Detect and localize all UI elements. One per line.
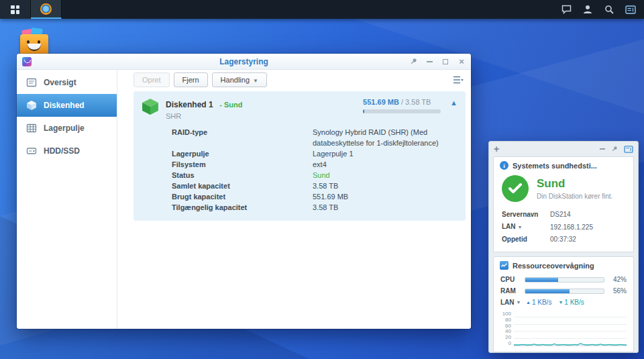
remove-button[interactable]: Fjern — [174, 72, 208, 87]
action-button[interactable]: Handling▼ — [212, 72, 267, 87]
minimize-icon[interactable] — [425, 58, 433, 66]
health-status: Sund — [537, 177, 612, 191]
lan-chart-area — [514, 311, 627, 346]
ram-row: RAM 56% — [500, 285, 627, 297]
lan-chart: 100 80 60 40 20 0 — [496, 311, 627, 346]
total-capacity-text: 3.58 TB — [405, 98, 431, 106]
lan-upload: ▲1 KB/s — [526, 299, 551, 306]
detail-row: LagerpuljeLagerpulje 1 — [172, 148, 458, 159]
sidebar-item-label: Lagerpulje — [44, 123, 85, 133]
usage-progressbar — [363, 109, 441, 113]
hdd-icon — [25, 145, 38, 157]
cpu-row: CPU 42% — [500, 274, 627, 285]
status-value: Sund — [313, 170, 458, 181]
sidebar-item-oversigt[interactable]: Oversigt — [17, 71, 117, 94]
maximize-icon[interactable] — [441, 58, 449, 66]
taskbar — [0, 0, 644, 19]
sidebar-item-label: HDD/SSD — [44, 146, 80, 156]
main-menu-button[interactable] — [0, 0, 31, 19]
overview-icon — [25, 76, 38, 89]
system-health-widget: i Systemets sundhedsti... Sund Din DiskS… — [493, 156, 634, 252]
browser-icon — [40, 3, 52, 15]
storage-pool-icon — [25, 122, 38, 134]
health-widget-title: Systemets sundhedsti... — [513, 162, 597, 170]
volume-status: - Sund — [219, 101, 242, 109]
widgets-panel-button[interactable] — [620, 0, 641, 19]
volume-usage: 551.69 MB / 3.58 TB — [363, 98, 441, 113]
detail-row: Tilgængelig kapacitet3.58 TB — [172, 202, 458, 213]
detail-row: StatusSund — [172, 170, 458, 181]
resource-monitor-widget: Ressourceovervågning CPU 42% RAM 56% LAN… — [493, 256, 634, 352]
resource-widget-title: Ressourceovervågning — [513, 262, 594, 270]
widgets-header: + — [489, 142, 638, 156]
sidebar-item-label: Diskenhed — [44, 101, 85, 110]
add-widget-button[interactable]: + — [494, 144, 499, 154]
ram-percent: 56% — [609, 287, 627, 295]
lan-download: ▼1 KB/s — [558, 299, 584, 306]
user-menu-button[interactable] — [577, 0, 598, 19]
volume-cube-icon — [25, 99, 38, 111]
lan-chart-svg — [514, 311, 627, 346]
search-icon — [604, 5, 614, 14]
volume-cube-icon — [142, 98, 159, 115]
cpu-progressbar — [525, 277, 604, 283]
lan-chart-yaxis: 100 80 60 40 20 0 — [496, 311, 514, 346]
create-button[interactable]: Opret — [133, 72, 170, 87]
window-title: Lagerstyring — [17, 57, 471, 66]
sidebar: Oversigt Diskenhed Lagerpulje HDD/SSD — [17, 70, 117, 329]
health-check-icon — [502, 175, 529, 202]
chevron-down-icon: ▼ — [517, 300, 521, 305]
window-titlebar[interactable]: Lagerstyring × — [17, 54, 471, 70]
lan-chart-line — [514, 344, 627, 345]
detail-row: Brugt kapacitet551.69 MB — [172, 191, 458, 202]
volume-name: Diskenhed 1 — [166, 100, 213, 109]
close-icon[interactable]: × — [458, 58, 466, 66]
health-description: Din DiskStation kører fint. — [537, 193, 612, 200]
browser-app-button[interactable] — [31, 0, 62, 19]
sidebar-item-label: Oversigt — [44, 78, 76, 87]
volume-details: RAID-typeSynology Hybrid RAID (SHR) (Med… — [142, 127, 458, 213]
upload-arrow-icon: ▲ — [526, 300, 531, 305]
storage-manager-window: Lagerstyring × Oversigt Diskenhed — [17, 54, 471, 329]
list-collapse-icon — [453, 75, 464, 85]
health-row: Oppetid 00:37:32 — [502, 234, 625, 246]
health-row: Servernavn DS214 — [502, 209, 625, 221]
main-menu-icon — [11, 5, 19, 14]
search-button[interactable] — [598, 0, 620, 19]
notifications-button[interactable] — [555, 0, 577, 19]
widgets-minimize-icon[interactable] — [600, 148, 605, 150]
widgets-pin-icon[interactable] — [611, 146, 618, 152]
sidebar-item-hdd-ssd[interactable]: HDD/SSD — [17, 140, 117, 162]
volume-raid-type: SHR — [166, 112, 242, 120]
app-logo-icon — [22, 57, 32, 66]
volume-panel: Diskenhed 1 - Sund SHR 551.69 MB / 3.58 … — [133, 91, 466, 221]
sidebar-item-lagerpulje[interactable]: Lagerpulje — [17, 117, 117, 140]
chevron-down-icon: ▼ — [253, 78, 258, 84]
cpu-percent: 42% — [609, 276, 627, 283]
toolbar: Opret Fjern Handling▼ — [117, 70, 471, 90]
pin-icon[interactable] — [409, 58, 417, 66]
detail-row: Samlet kapacitet3.58 TB — [172, 181, 458, 191]
resource-monitor-icon — [500, 261, 508, 270]
chevron-down-icon: ▼ — [518, 225, 523, 229]
widgets-icon — [625, 5, 636, 14]
ram-progressbar — [525, 289, 604, 294]
lan-dropdown[interactable]: LAN▼ — [500, 299, 525, 306]
detail-row: Filsystemext4 — [172, 159, 458, 170]
lan-row: LAN▼ ▲1 KB/s ▼1 KB/s — [500, 297, 627, 308]
download-arrow-icon: ▼ — [558, 300, 563, 305]
detail-row: RAID-typeSynology Hybrid RAID (SHR) (Med… — [172, 127, 458, 148]
widgets-dock-icon[interactable] — [624, 146, 633, 153]
health-row: LAN▼ 192.168.1.225 — [502, 221, 625, 234]
widgets-panel: + i Systemets sundhedsti... Sund — [488, 141, 639, 353]
collapse-view-button[interactable] — [451, 73, 466, 87]
chevron-up-icon[interactable]: ▲ — [450, 99, 458, 107]
used-capacity-text: 551.69 MB — [363, 98, 399, 106]
user-icon — [583, 5, 592, 14]
sidebar-item-diskenhed[interactable]: Diskenhed — [17, 94, 117, 117]
info-icon: i — [500, 161, 508, 170]
lan-dropdown[interactable]: LAN▼ — [502, 221, 550, 234]
chat-icon — [561, 5, 572, 14]
docker-desktop-icon[interactable] — [19, 28, 51, 56]
